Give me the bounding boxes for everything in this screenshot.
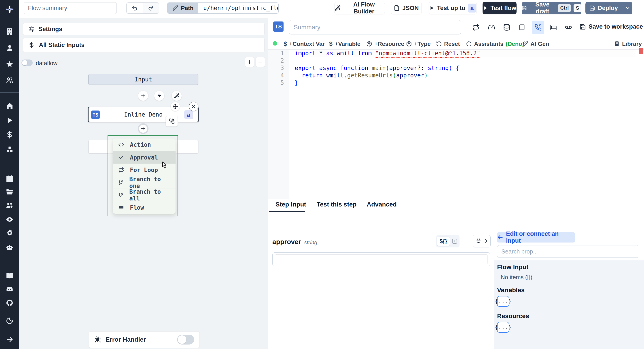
path-value[interactable]: u/henri/optimistic_flow — [198, 3, 278, 14]
editor-header: TS Summary Save to workspace — [268, 18, 644, 38]
add-resource-button[interactable]: +Resource — [366, 39, 404, 48]
all-static-inputs-row[interactable]: All Static Inputs — [23, 38, 264, 52]
edge-line — [143, 85, 143, 91]
resources-object-chip[interactable]: {...} — [497, 322, 509, 333]
save-to-workspace-button[interactable]: Save to workspace — [580, 23, 643, 30]
undo-button[interactable] — [126, 3, 143, 14]
delete-step-button[interactable] — [189, 102, 198, 111]
flow-input-node[interactable]: Input — [88, 74, 198, 85]
folders-icon[interactable] — [6, 188, 14, 196]
wand-sparkles-icon — [174, 93, 179, 98]
move-step-handle[interactable] — [170, 102, 180, 111]
runs-play-icon[interactable] — [6, 117, 14, 124]
overview-ruler — [638, 50, 638, 199]
inline-deno-step-node[interactable]: TS Inline Deno a — [88, 107, 199, 122]
audit-eye-icon[interactable] — [6, 216, 14, 223]
graph-zoom-in-button[interactable]: + — [245, 57, 254, 67]
add-type-button[interactable]: +Type — [406, 39, 431, 48]
sleep-bed-icon[interactable] — [549, 23, 558, 32]
settings-gear-icon[interactable] — [6, 229, 14, 237]
git-branch-icon — [118, 180, 124, 185]
variables-dollar-icon[interactable] — [6, 131, 14, 139]
json-button[interactable]: JSON — [391, 2, 422, 14]
ai-gen-button[interactable]: AI Gen — [522, 39, 549, 48]
menu-item-action[interactable]: Action — [113, 139, 176, 151]
deploy-button[interactable]: Deploy — [586, 2, 632, 14]
error-handler-toggle[interactable] — [177, 335, 194, 344]
tab-advanced[interactable]: Advanced — [367, 201, 397, 208]
code-icon — [118, 142, 124, 148]
discord-icon[interactable] — [6, 285, 14, 293]
add-variable-button[interactable]: $+Variable — [329, 39, 360, 48]
rail-divider — [0, 92, 19, 93]
suspend-approval-button[interactable] — [532, 21, 544, 34]
assistants-button[interactable]: Assistants (Deno) — [466, 39, 524, 48]
resources-heading: Resources — [497, 312, 644, 320]
test-flow-button[interactable]: Test flow — [482, 2, 516, 14]
error-handler-row[interactable]: Error Handler — [89, 331, 200, 348]
tab-step-input[interactable]: Step Input — [276, 201, 306, 208]
reset-button[interactable]: Reset — [436, 39, 460, 48]
retries-icon[interactable] — [471, 23, 480, 32]
close-icon — [191, 104, 196, 109]
add-step-below-button[interactable] — [138, 123, 148, 134]
connect-input-plug-button[interactable] — [473, 235, 490, 247]
variables-object-chip[interactable]: {...} — [497, 296, 509, 307]
expand-rail-arrow-icon[interactable] — [6, 335, 14, 343]
step-summary-input[interactable]: Summary — [289, 20, 461, 35]
menu-item-flow[interactable]: Flow — [113, 201, 176, 214]
path-edit-button[interactable]: Path — [168, 3, 198, 14]
code-editor[interactable]: 12345 import * as wmill from "npm:windmi… — [268, 50, 644, 199]
step-editor-panel: TS Summary Save to workspace — [268, 18, 644, 349]
edit-or-connect-button[interactable]: Edit or connect an input — [497, 232, 575, 242]
home-icon[interactable] — [6, 102, 14, 110]
variables-heading: Variables — [497, 287, 644, 294]
phone-incoming-icon — [169, 118, 175, 124]
package-icon — [366, 41, 372, 47]
ai-flow-builder-button[interactable]: AI Flow Builder — [334, 2, 385, 14]
groups-icon[interactable] — [6, 76, 14, 84]
docs-book-icon[interactable] — [6, 272, 14, 279]
test-up-to-button[interactable]: Test up to a — [429, 2, 477, 14]
graph-zoom-out-button[interactable]: − — [256, 57, 265, 67]
undo-redo-group — [126, 3, 159, 14]
suspend-step-chip[interactable] — [166, 116, 178, 127]
add-context-var-button[interactable]: $+Context Var — [284, 39, 325, 48]
github-icon[interactable] — [6, 299, 14, 307]
bug-icon — [94, 336, 101, 343]
save-draft-button[interactable]: Save draft Ctrl S — [522, 2, 582, 14]
deploy-dropdown-chevron[interactable] — [622, 5, 633, 11]
flow-input-empty: No items ([]) — [501, 274, 644, 281]
insert-step-button[interactable] — [138, 91, 148, 101]
field-value-input[interactable] — [272, 252, 490, 266]
dark-mode-moon-icon[interactable] — [6, 317, 14, 325]
windmill-logo-icon[interactable] — [5, 5, 14, 14]
schedules-calendar-icon[interactable] — [6, 175, 14, 182]
library-button[interactable]: Library — [614, 39, 642, 48]
favorites-star-icon[interactable] — [6, 60, 14, 68]
kbd-ctrl: Ctrl — [558, 4, 571, 12]
mock-voicemail-icon[interactable] — [564, 23, 573, 32]
early-stop-icon[interactable] — [518, 23, 526, 32]
cache-database-icon[interactable] — [502, 23, 511, 32]
redo-button[interactable] — [143, 3, 159, 14]
users-settings-icon[interactable] — [6, 202, 14, 209]
dataflow-toggle[interactable] — [22, 60, 33, 66]
trigger-bolt-button[interactable] — [154, 91, 164, 101]
menu-item-branch-to-all[interactable]: Branch to all — [113, 189, 176, 201]
ai-suggest-button[interactable] — [172, 91, 182, 101]
robot-icon[interactable] — [6, 243, 14, 251]
workspace-icon[interactable] — [6, 28, 14, 35]
timeout-gauge-icon[interactable] — [487, 23, 496, 32]
rotate-ccw-icon — [436, 41, 442, 47]
user-icon[interactable] — [6, 44, 14, 52]
flow-summary-input[interactable]: Flow summary — [24, 2, 117, 14]
step-input-form: approver string ${} — [268, 212, 494, 349]
expr-mode-button[interactable]: ${} — [437, 237, 450, 246]
flow-settings-row[interactable]: Settings — [23, 23, 264, 35]
tab-test-this-step[interactable]: Test this step — [317, 201, 356, 208]
fn-mode-button[interactable] — [450, 237, 459, 245]
menu-item-branch-to-one[interactable]: Branch to one — [113, 176, 176, 189]
resources-boxes-icon[interactable] — [6, 146, 14, 153]
search-prop-input[interactable]: Search prop... — [497, 245, 639, 258]
